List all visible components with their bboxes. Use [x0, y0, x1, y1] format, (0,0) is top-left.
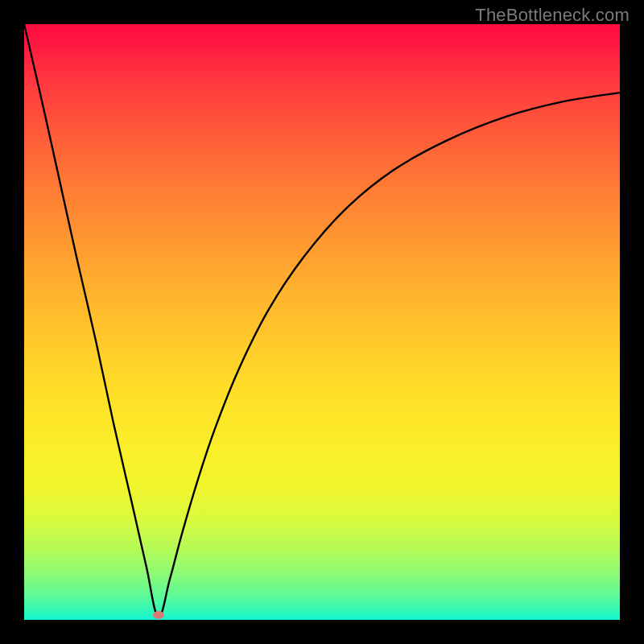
marker-dot — [153, 611, 164, 619]
chart-frame: TheBottleneck.com — [0, 0, 644, 644]
curve-svg — [24, 24, 620, 620]
plot-area — [24, 24, 620, 620]
bottleneck-curve — [24, 24, 620, 617]
watermark-label: TheBottleneck.com — [475, 5, 630, 26]
